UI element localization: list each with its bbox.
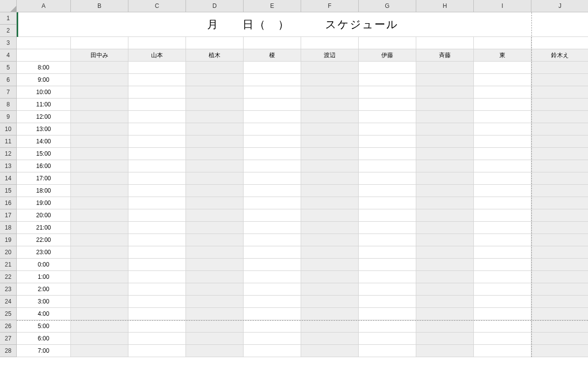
person-header-4[interactable]: 渡辺 (301, 49, 359, 62)
schedule-cell[interactable] (186, 308, 244, 320)
schedule-cell[interactable] (474, 172, 531, 185)
schedule-cell[interactable] (474, 135, 531, 148)
schedule-cell[interactable] (474, 345, 531, 357)
time-label-6[interactable]: 14:00 (17, 135, 71, 148)
schedule-cell[interactable] (474, 209, 531, 222)
schedule-cell[interactable] (71, 209, 128, 222)
schedule-cell[interactable] (301, 123, 359, 135)
schedule-cell[interactable] (301, 283, 359, 296)
time-label-17[interactable]: 1:00 (17, 271, 71, 283)
schedule-cell[interactable] (186, 271, 244, 283)
schedule-cell[interactable] (531, 222, 588, 234)
time-label-7[interactable]: 15:00 (17, 148, 71, 160)
schedule-cell[interactable] (71, 74, 128, 86)
cell-D3[interactable] (186, 37, 244, 49)
schedule-cell[interactable] (531, 320, 588, 333)
time-label-8[interactable]: 16:00 (17, 160, 71, 172)
schedule-cell[interactable] (474, 111, 531, 123)
schedule-cell[interactable] (301, 74, 359, 86)
schedule-cell[interactable] (128, 222, 186, 234)
schedule-cell[interactable] (186, 123, 244, 135)
schedule-cell[interactable] (531, 172, 588, 185)
row-header-23[interactable]: 23 (0, 283, 17, 296)
schedule-cell[interactable] (531, 259, 588, 271)
schedule-cell[interactable] (244, 333, 301, 345)
schedule-cell[interactable] (128, 111, 186, 123)
schedule-cell[interactable] (416, 333, 474, 345)
schedule-cell[interactable] (531, 74, 588, 86)
schedule-cell[interactable] (71, 160, 128, 172)
schedule-cell[interactable] (128, 320, 186, 333)
row-header-26[interactable]: 26 (0, 320, 17, 333)
schedule-cell[interactable] (71, 246, 128, 259)
schedule-cell[interactable] (128, 172, 186, 185)
row-header-20[interactable]: 20 (0, 246, 17, 259)
schedule-cell[interactable] (416, 259, 474, 271)
schedule-cell[interactable] (128, 209, 186, 222)
schedule-cell[interactable] (128, 160, 186, 172)
time-label-22[interactable]: 6:00 (17, 333, 71, 345)
schedule-cell[interactable] (359, 259, 416, 271)
time-label-14[interactable]: 22:00 (17, 234, 71, 246)
column-header-A[interactable]: A (17, 0, 71, 12)
schedule-cell[interactable] (186, 259, 244, 271)
schedule-cell[interactable] (301, 259, 359, 271)
time-label-15[interactable]: 23:00 (17, 246, 71, 259)
time-label-11[interactable]: 19:00 (17, 197, 71, 209)
cell-A4[interactable] (17, 49, 71, 62)
schedule-cell[interactable] (244, 99, 301, 111)
schedule-cell[interactable] (71, 123, 128, 135)
schedule-cell[interactable] (416, 283, 474, 296)
schedule-cell[interactable] (416, 234, 474, 246)
schedule-cell[interactable] (128, 234, 186, 246)
schedule-cell[interactable] (128, 62, 186, 74)
schedule-cell[interactable] (474, 185, 531, 197)
person-header-1[interactable]: 山本 (128, 49, 186, 62)
cell-J3[interactable] (531, 37, 588, 49)
schedule-cell[interactable] (416, 296, 474, 308)
schedule-cell[interactable] (359, 197, 416, 209)
schedule-cell[interactable] (531, 296, 588, 308)
schedule-cell[interactable] (474, 86, 531, 99)
schedule-cell[interactable] (474, 222, 531, 234)
schedule-cell[interactable] (474, 234, 531, 246)
person-header-6[interactable]: 斉藤 (416, 49, 474, 62)
schedule-cell[interactable] (416, 222, 474, 234)
schedule-cell[interactable] (186, 222, 244, 234)
cell-G3[interactable] (359, 37, 416, 49)
schedule-cell[interactable] (128, 345, 186, 357)
schedule-cell[interactable] (244, 271, 301, 283)
person-header-2[interactable]: 植木 (186, 49, 244, 62)
schedule-cell[interactable] (416, 74, 474, 86)
schedule-cell[interactable] (359, 246, 416, 259)
schedule-cell[interactable] (531, 345, 588, 357)
schedule-cell[interactable] (301, 99, 359, 111)
row-header-15[interactable]: 15 (0, 185, 17, 197)
schedule-cell[interactable] (71, 62, 128, 74)
schedule-cell[interactable] (416, 111, 474, 123)
column-header-B[interactable]: B (71, 0, 128, 12)
schedule-cell[interactable] (416, 197, 474, 209)
schedule-cell[interactable] (531, 308, 588, 320)
schedule-cell[interactable] (474, 246, 531, 259)
schedule-cell[interactable] (416, 345, 474, 357)
schedule-cell[interactable] (244, 320, 301, 333)
schedule-cell[interactable] (531, 135, 588, 148)
row-header-4[interactable]: 4 (0, 49, 17, 62)
schedule-cell[interactable] (416, 320, 474, 333)
cell-A3[interactable] (17, 37, 71, 49)
schedule-cell[interactable] (531, 283, 588, 296)
schedule-cell[interactable] (474, 333, 531, 345)
schedule-cell[interactable] (71, 172, 128, 185)
schedule-cell[interactable] (301, 135, 359, 148)
time-label-9[interactable]: 17:00 (17, 172, 71, 185)
person-header-8[interactable]: 鈴木え (531, 49, 588, 62)
column-header-D[interactable]: D (186, 0, 244, 12)
schedule-cell[interactable] (71, 320, 128, 333)
schedule-cell[interactable] (71, 259, 128, 271)
schedule-cell[interactable] (531, 209, 588, 222)
schedule-cell[interactable] (416, 123, 474, 135)
schedule-cell[interactable] (128, 135, 186, 148)
time-label-5[interactable]: 13:00 (17, 123, 71, 135)
schedule-cell[interactable] (531, 333, 588, 345)
